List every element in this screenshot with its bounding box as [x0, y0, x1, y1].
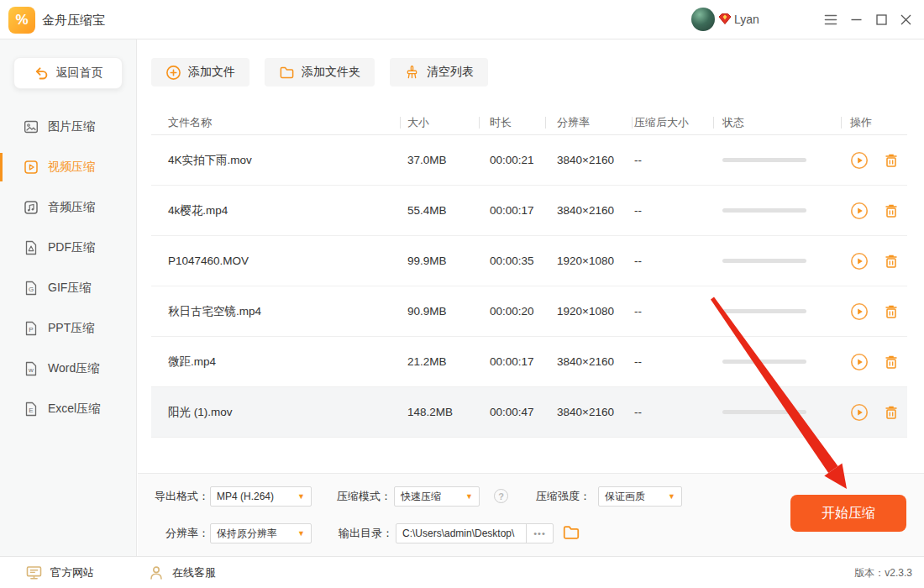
- play-button[interactable]: [850, 202, 869, 220]
- chevron-down-icon: ▼: [668, 492, 675, 501]
- maximize-button[interactable]: [869, 0, 894, 39]
- sidebar-item-label: GIF压缩: [48, 281, 91, 296]
- file-status: [713, 410, 841, 414]
- progress-bar: [722, 208, 806, 213]
- sidebar-item-excel-compress[interactable]: E Excel压缩: [0, 389, 136, 429]
- file-size: 55.4MB: [400, 204, 479, 217]
- file-name: 微距.mp4: [151, 354, 400, 370]
- sidebar-item-ppt-compress[interactable]: P PPT压缩: [0, 308, 136, 349]
- column-header-size: 大小: [400, 110, 479, 135]
- back-home-label: 返回首页: [56, 66, 103, 81]
- sidebar-item-word-compress[interactable]: w Word压缩: [0, 349, 136, 389]
- play-button[interactable]: [850, 302, 869, 321]
- table-row[interactable]: 4k樱花.mp4 55.4MB 00:00:17 3840×2160 --: [151, 186, 907, 236]
- strength-select[interactable]: 保证画质▼: [598, 486, 682, 507]
- output-dir-value: C:\Users\admin\Desktop\: [396, 524, 526, 543]
- delete-button[interactable]: [883, 152, 900, 169]
- file-size: 99.9MB: [400, 255, 479, 267]
- table-row[interactable]: 秋日古宅空镜.mp4 90.9MB 00:00:20 1920×1080 --: [151, 286, 907, 337]
- app-title: 金舟压缩宝: [42, 0, 105, 39]
- table-row[interactable]: 微距.mp4 21.2MB 00:00:17 3840×2160 --: [151, 337, 907, 387]
- table-row[interactable]: P1047460.MOV 99.9MB 00:00:35 1920×1080 -…: [151, 236, 907, 286]
- table-row-selected[interactable]: 阳光 (1).mov 148.2MB 00:00:47 3840×2160 --: [151, 387, 907, 438]
- file-actions: [841, 403, 907, 422]
- sidebar-item-image-compress[interactable]: 图片压缩: [0, 107, 136, 147]
- file-size: 148.2MB: [400, 406, 479, 418]
- play-button[interactable]: [850, 353, 869, 371]
- official-website-link[interactable]: 官方网站: [25, 564, 94, 581]
- sidebar-item-label: 视频压缩: [48, 160, 95, 175]
- file-status: [713, 309, 841, 313]
- add-circle-icon: [165, 65, 181, 81]
- minimize-button[interactable]: [843, 0, 869, 39]
- column-header-compressed: 压缩后大小: [632, 110, 713, 135]
- back-home-button[interactable]: 返回首页: [13, 57, 123, 89]
- chevron-down-icon: ▼: [297, 492, 305, 501]
- file-status: [713, 360, 841, 364]
- browse-button[interactable]: •••: [526, 524, 553, 543]
- official-website-label: 官方网站: [50, 565, 94, 580]
- file-compressed-size: --: [632, 204, 713, 217]
- toolbar: 添加文件 添加文件夹 清空列表: [151, 58, 488, 87]
- output-dir-field[interactable]: C:\Users\admin\Desktop\ •••: [396, 523, 554, 543]
- back-arrow-icon: [34, 66, 50, 81]
- file-duration: 00:00:17: [479, 204, 545, 217]
- sidebar-item-audio-compress[interactable]: 音频压缩: [0, 187, 136, 228]
- output-dir-label: 输出目录：: [339, 523, 393, 543]
- start-compress-button[interactable]: 开始压缩: [790, 495, 906, 532]
- export-format-select[interactable]: MP4 (H.264)▼: [210, 486, 312, 507]
- progress-bar: [722, 158, 806, 162]
- username-label: Lyan: [734, 0, 759, 39]
- delete-button[interactable]: [883, 253, 900, 270]
- svg-text:G: G: [29, 286, 34, 293]
- open-folder-icon[interactable]: [562, 523, 580, 545]
- resolution-label: 分辨率：: [165, 523, 209, 543]
- menu-icon[interactable]: [818, 0, 843, 39]
- play-button[interactable]: [850, 151, 869, 170]
- file-duration: 00:00:47: [479, 406, 545, 418]
- delete-button[interactable]: [883, 202, 900, 219]
- add-folder-button[interactable]: 添加文件夹: [265, 58, 375, 87]
- vip-badge-icon: [718, 13, 732, 29]
- resolution-select[interactable]: 保持原分辨率▼: [210, 523, 312, 543]
- add-file-button[interactable]: 添加文件: [151, 58, 249, 87]
- table-row[interactable]: 4K实拍下雨.mov 37.0MB 00:00:21 3840×2160 --: [151, 135, 907, 186]
- file-status: [713, 158, 841, 162]
- file-compressed-size: --: [632, 255, 713, 267]
- file-name: 4k樱花.mp4: [151, 203, 400, 218]
- image-icon: [24, 119, 39, 134]
- column-header-actions: 操作: [841, 110, 907, 135]
- compress-mode-select[interactable]: 快速压缩▼: [394, 486, 480, 507]
- progress-bar: [722, 360, 806, 364]
- file-name: 4K实拍下雨.mov: [151, 153, 400, 168]
- delete-button[interactable]: [883, 354, 900, 370]
- close-button[interactable]: [893, 0, 918, 39]
- progress-bar: [722, 259, 806, 263]
- user-avatar[interactable]: [691, 8, 715, 31]
- play-button[interactable]: [850, 252, 869, 270]
- delete-button[interactable]: [883, 404, 900, 421]
- file-compressed-size: --: [632, 355, 713, 368]
- file-duration: 00:00:35: [479, 255, 545, 267]
- online-support-link[interactable]: 在线客服: [148, 564, 216, 581]
- clear-list-button[interactable]: 清空列表: [390, 58, 488, 87]
- column-header-resolution: 分辨率: [545, 110, 632, 135]
- file-duration: 00:00:21: [479, 154, 545, 166]
- help-icon[interactable]: ?: [494, 489, 508, 503]
- sidebar-item-gif-compress[interactable]: G GIF压缩: [0, 268, 136, 308]
- compress-mode-value: 快速压缩: [401, 490, 441, 504]
- chevron-down-icon: ▼: [297, 529, 305, 538]
- gif-file-icon: G: [24, 281, 39, 296]
- version-label: 版本：v2.3.3: [854, 557, 912, 588]
- pdf-file-icon: [24, 240, 39, 255]
- delete-button[interactable]: [883, 303, 900, 320]
- sidebar-item-pdf-compress[interactable]: PDF压缩: [0, 228, 136, 268]
- app-logo-icon: %: [8, 7, 35, 34]
- column-header-name: 文件名称: [151, 110, 400, 135]
- video-icon: [24, 160, 39, 175]
- column-header-duration: 时长: [479, 110, 545, 135]
- file-size: 37.0MB: [400, 154, 479, 166]
- folder-icon: [279, 65, 295, 81]
- play-button[interactable]: [850, 403, 869, 422]
- sidebar-item-video-compress[interactable]: 视频压缩: [0, 147, 136, 187]
